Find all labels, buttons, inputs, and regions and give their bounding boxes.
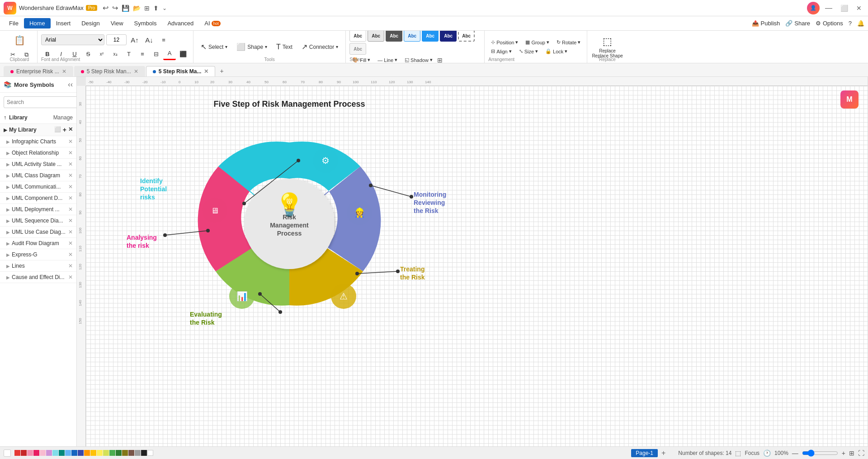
style-swatch-2[interactable]: Abc [368, 31, 384, 42]
minimize-btn[interactable]: — [822, 4, 835, 12]
menu-file[interactable]: File [4, 18, 24, 28]
menu-symbols[interactable]: Symbols [129, 18, 162, 28]
fit-page-btn[interactable]: ⊞ [849, 450, 854, 457]
more-btn[interactable]: ⌄ [162, 5, 167, 11]
color-swatch-green[interactable] [109, 450, 115, 456]
text-tool-btn[interactable]: T Text [273, 41, 296, 53]
highlight-btn[interactable]: ⬛ [177, 47, 189, 60]
sidebar-item-object[interactable]: ▶ Object Relationship ✕ [0, 147, 76, 159]
font-color-btn[interactable]: A [163, 47, 176, 60]
close-uml-deployment[interactable]: ✕ [68, 206, 73, 213]
close-uml-activity[interactable]: ✕ [68, 161, 73, 167]
my-library-add[interactable]: + [63, 126, 66, 133]
color-swatch-blue-light[interactable] [65, 450, 71, 456]
color-swatch-dark-red[interactable] [21, 450, 27, 456]
increase-font-btn[interactable]: A↑ [128, 33, 141, 46]
color-swatch-cyan-light[interactable] [52, 450, 58, 456]
color-swatch-amber[interactable] [90, 450, 96, 456]
close-audit[interactable]: ✕ [68, 240, 73, 246]
color-swatch-yellow[interactable] [97, 450, 103, 456]
close-uml-sequence[interactable]: ✕ [68, 218, 73, 224]
publish-btn[interactable]: 📤Publish [752, 20, 780, 27]
maximize-btn[interactable]: ⬜ [838, 5, 851, 12]
menu-view[interactable]: View [105, 18, 129, 28]
styles-expand-btn[interactable]: ⊞ [437, 57, 443, 64]
menu-design[interactable]: Design [76, 18, 105, 28]
sidebar-item-cause[interactable]: ▶ Cause and Effect Di... ✕ [0, 272, 76, 283]
save-btn[interactable]: 💾 [122, 5, 129, 12]
color-swatch-hot-pink[interactable] [33, 450, 39, 456]
color-swatch-blue[interactable] [71, 450, 77, 456]
bullet-list-btn[interactable]: ≡ [136, 47, 149, 60]
color-swatch-red[interactable] [14, 450, 20, 456]
zoom-out-btn[interactable]: — [792, 450, 798, 457]
color-swatch-brown[interactable] [128, 450, 134, 456]
canvas-area[interactable]: -50-40-30 -20-100 102030 405060 708090 1… [77, 77, 868, 446]
group-btn[interactable]: ▦Group▾ [523, 38, 552, 46]
close-cause[interactable]: ✕ [68, 274, 73, 280]
shape-tool-btn[interactable]: ⬜ Shape ▾ [233, 41, 271, 53]
style-swatch-6[interactable]: Abc [440, 31, 457, 42]
color-swatch-lime[interactable] [103, 450, 109, 456]
clear-format-btn[interactable]: T [123, 47, 135, 60]
focus-btn[interactable]: Focus [745, 450, 760, 456]
sidebar-item-uml-component[interactable]: ▶ UML Component D... ✕ [0, 193, 76, 204]
color-swatch-pink[interactable] [27, 450, 33, 456]
menu-home[interactable]: Home [24, 18, 51, 28]
zoom-in-btn[interactable]: + [842, 450, 845, 457]
notifications-btn[interactable]: 🔔 [857, 20, 864, 27]
tab-5step-2[interactable]: 5 Step Risk Ma... ✕ [146, 66, 216, 76]
tab-close-5step2[interactable]: ✕ [204, 68, 208, 75]
color-swatch-orange[interactable] [84, 450, 90, 456]
sidebar-item-expressg[interactable]: ▶ Express-G ✕ [0, 249, 76, 260]
line-btn[interactable]: —Line▾ [375, 56, 400, 63]
sidebar-item-infographic[interactable]: ▶ Infographic Charts ✕ [0, 136, 76, 147]
close-btn[interactable]: ✕ [854, 5, 864, 12]
connector-tool-btn[interactable]: ↗ Connector ▾ [298, 41, 342, 53]
menu-advanced[interactable]: Advanced [162, 18, 199, 28]
lock-btn[interactable]: 🔒Lock▾ [542, 47, 570, 55]
open-btn[interactable]: 📂 [133, 5, 141, 12]
align-arrange-btn[interactable]: ⊟Align▾ [488, 47, 514, 55]
style-swatch-1[interactable]: Abc [349, 31, 366, 42]
my-library-close[interactable]: ✕ [68, 126, 73, 133]
tab-close-enterprise[interactable]: ✕ [62, 68, 66, 75]
subscript-btn[interactable]: x₂ [109, 47, 122, 60]
style-swatch-8[interactable]: Abc [349, 43, 366, 55]
zoom-slider[interactable] [802, 450, 838, 456]
menu-insert[interactable]: Insert [51, 18, 76, 28]
add-tab-btn[interactable]: + [216, 66, 227, 76]
paste-btn[interactable]: 📋 [10, 33, 28, 47]
share-btn[interactable]: ⬆ [153, 5, 159, 12]
color-swatch-dark-green[interactable] [116, 450, 122, 456]
font-size-input[interactable] [106, 34, 127, 45]
fullscreen-btn[interactable]: ⛶ [858, 450, 864, 457]
close-uml-component[interactable]: ✕ [68, 195, 73, 201]
user-avatar[interactable]: 👤 [807, 2, 820, 14]
my-library-item[interactable]: ▶ My Library ⬜ + ✕ [0, 124, 76, 136]
template-btn[interactable]: ⊞ [144, 5, 150, 12]
sidebar-item-uml-usecase[interactable]: ▶ UML Use Case Diag... ✕ [0, 227, 76, 238]
help-btn[interactable]: ? [849, 20, 852, 27]
superscript-btn[interactable]: x² [95, 47, 108, 60]
sidebar-item-lines[interactable]: ▶ Lines ✕ [0, 260, 76, 272]
shadow-btn[interactable]: ◱Shadow▾ [402, 56, 435, 63]
close-uml-usecase[interactable]: ✕ [68, 229, 73, 235]
options-btn[interactable]: ⚙Options [816, 20, 843, 27]
style-swatch-3[interactable]: Abc [386, 31, 402, 42]
manage-btn[interactable]: Manage [53, 114, 73, 121]
fill-color-indicator[interactable] [4, 450, 11, 457]
sidebar-item-uml-class[interactable]: ▶ UML Class Diagram ✕ [0, 170, 76, 181]
color-swatch-gray[interactable] [135, 450, 141, 456]
position-btn[interactable]: ⊹Position▾ [488, 38, 521, 46]
layers-icon[interactable]: ⬚ [735, 450, 741, 457]
strikethrough-btn[interactable]: S [82, 47, 94, 60]
tab-close-5step1[interactable]: ✕ [134, 68, 138, 75]
color-swatch-light-pink[interactable] [40, 450, 46, 456]
share-menu-btn[interactable]: 🔗Share [785, 20, 810, 27]
redo-btn[interactable]: ↪ [112, 4, 118, 12]
undo-btn[interactable]: ↩ [103, 4, 108, 12]
search-input[interactable] [4, 96, 77, 108]
color-swatch-purple-light[interactable] [46, 450, 52, 456]
style-swatch-5[interactable]: Abc [422, 31, 439, 42]
